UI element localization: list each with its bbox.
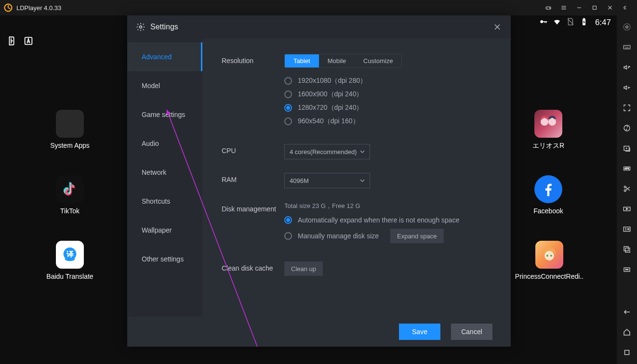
apk-icon[interactable]: APK bbox=[622, 164, 632, 173]
ram-label: RAM bbox=[222, 173, 284, 188]
no-sim-icon bbox=[566, 17, 575, 28]
modal-close-icon[interactable] bbox=[492, 22, 502, 32]
battery-icon bbox=[580, 17, 588, 28]
minimize-icon[interactable] bbox=[571, 0, 587, 15]
sidebar-item-model[interactable]: Model bbox=[127, 71, 202, 100]
modal-footer: Save Cancel bbox=[127, 317, 511, 347]
close-icon[interactable] bbox=[602, 0, 618, 15]
gamepad-icon[interactable] bbox=[541, 0, 556, 15]
svg-rect-10 bbox=[583, 18, 584, 19]
svg-text:APK: APK bbox=[624, 167, 630, 170]
svg-point-3 bbox=[550, 8, 550, 9]
svg-rect-4 bbox=[593, 6, 597, 10]
titlebar: LDPlayer 4.0.33 bbox=[0, 0, 637, 15]
side-toolbar: APK bbox=[617, 15, 637, 364]
settings-icon[interactable] bbox=[622, 22, 632, 32]
svg-point-14 bbox=[541, 118, 548, 126]
svg-rect-31 bbox=[624, 247, 628, 251]
sidebar-item-shortcuts[interactable]: Shortcuts bbox=[127, 187, 202, 216]
svg-point-36 bbox=[628, 269, 629, 270]
back-icon[interactable] bbox=[622, 307, 632, 317]
resolution-1280x720[interactable]: 1280x720（dpi 240） bbox=[284, 104, 491, 112]
menu-icon[interactable] bbox=[556, 0, 571, 15]
cancel-button[interactable]: Cancel bbox=[451, 324, 492, 340]
svg-point-34 bbox=[625, 269, 626, 270]
gear-icon bbox=[136, 22, 146, 32]
collapse-icon[interactable] bbox=[618, 0, 633, 15]
svg-point-38 bbox=[140, 26, 142, 28]
wifi-icon bbox=[553, 17, 561, 28]
expand-space-button[interactable]: Expand space bbox=[390, 229, 443, 243]
svg-point-17 bbox=[546, 255, 548, 257]
cpu-select[interactable]: 4 cores(Recommended) bbox=[284, 144, 370, 159]
recent-apps-icon[interactable] bbox=[622, 348, 632, 357]
svg-rect-21 bbox=[624, 45, 630, 49]
svg-text:译: 译 bbox=[66, 250, 74, 258]
operation-record-icon[interactable] bbox=[622, 224, 632, 234]
tiktok-label: TikTok bbox=[46, 207, 94, 215]
volume-down-icon[interactable] bbox=[622, 83, 632, 92]
status-clock: 6:47 bbox=[595, 18, 611, 27]
sidebar-item-game-settings[interactable]: Game settings bbox=[127, 100, 202, 129]
video-record-icon[interactable] bbox=[622, 204, 632, 214]
maximize-icon[interactable] bbox=[587, 0, 602, 15]
svg-point-15 bbox=[548, 118, 556, 126]
modal-header: Settings bbox=[127, 15, 511, 39]
ram-select[interactable]: 4096M bbox=[284, 173, 370, 188]
resolution-mode-tabs: Tablet Mobile Customize bbox=[284, 54, 402, 68]
svg-point-16 bbox=[544, 251, 554, 260]
tab-customize[interactable]: Customize bbox=[355, 54, 401, 67]
resolution-1920x1080[interactable]: 1920x1080（dpi 280） bbox=[284, 77, 491, 85]
system-apps-label: System Apps bbox=[46, 142, 94, 149]
fullscreen-icon[interactable] bbox=[622, 103, 632, 113]
tiktok-icon[interactable]: TikTok bbox=[46, 175, 94, 215]
system-apps-icon[interactable]: System Apps bbox=[46, 110, 94, 149]
save-button[interactable]: Save bbox=[399, 324, 440, 340]
home-icon[interactable] bbox=[622, 327, 632, 337]
svg-rect-8 bbox=[544, 21, 545, 23]
svg-point-30 bbox=[628, 229, 629, 230]
keyboard-icon[interactable] bbox=[622, 42, 632, 52]
elios-label: エリオスR bbox=[524, 142, 572, 150]
ld-store-icon bbox=[7, 36, 17, 46]
sidebar-item-audio[interactable]: Audio bbox=[127, 129, 202, 158]
disk-manual[interactable]: Manually manage disk sizeExpand space bbox=[284, 229, 491, 243]
tab-mobile[interactable]: Mobile bbox=[319, 54, 355, 67]
multi-instance-icon[interactable] bbox=[622, 143, 632, 153]
notification-icons bbox=[7, 36, 34, 46]
svg-point-20 bbox=[626, 26, 628, 28]
more-icon[interactable] bbox=[622, 265, 632, 274]
screenshot-icon[interactable] bbox=[622, 245, 632, 254]
facebook-icon[interactable]: Facebook bbox=[524, 175, 572, 215]
svg-point-18 bbox=[550, 255, 552, 257]
resolution-label: Resolution bbox=[222, 54, 284, 130]
sidebar-item-wallpaper[interactable]: Wallpaper bbox=[127, 216, 202, 245]
svg-point-35 bbox=[626, 269, 627, 270]
svg-rect-37 bbox=[625, 351, 629, 355]
elios-app-icon[interactable]: エリオスR bbox=[524, 110, 572, 150]
settings-content: Resolution Tablet Mobile Customize 1920x… bbox=[202, 39, 511, 317]
resolution-960x540[interactable]: 960x540（dpi 160） bbox=[284, 117, 491, 126]
sidebar-item-network[interactable]: Network bbox=[127, 158, 202, 187]
sidebar-item-other[interactable]: Other settings bbox=[127, 245, 202, 273]
sync-icon[interactable] bbox=[622, 123, 632, 133]
scissors-icon[interactable] bbox=[622, 184, 632, 194]
settings-modal: Settings Advanced Model Game settings Au… bbox=[127, 15, 511, 347]
princess-connect-label: PrincessConnectRedi.. bbox=[511, 273, 588, 280]
disk-auto-expand[interactable]: Automatically expand when there is not e… bbox=[284, 216, 491, 224]
vpn-key-icon bbox=[539, 17, 548, 28]
facebook-label: Facebook bbox=[524, 207, 572, 215]
princess-connect-icon[interactable]: PrincessConnectRedi.. bbox=[511, 241, 588, 280]
baidu-translate-icon[interactable]: 译 Baidu Translate bbox=[46, 241, 94, 280]
clean-up-button[interactable]: Clean up bbox=[284, 261, 323, 276]
svg-rect-32 bbox=[625, 248, 630, 252]
resolution-1600x900[interactable]: 1600x900（dpi 240） bbox=[284, 90, 491, 99]
svg-rect-7 bbox=[545, 21, 546, 23]
modal-title: Settings bbox=[150, 23, 178, 31]
svg-point-19 bbox=[624, 24, 630, 30]
sidebar-item-advanced[interactable]: Advanced bbox=[127, 42, 202, 71]
tab-tablet[interactable]: Tablet bbox=[285, 54, 319, 67]
disk-info-text: Total size 23 G，Free 12 G bbox=[284, 202, 491, 210]
volume-up-icon[interactable] bbox=[622, 63, 632, 72]
svg-point-5 bbox=[540, 20, 543, 23]
